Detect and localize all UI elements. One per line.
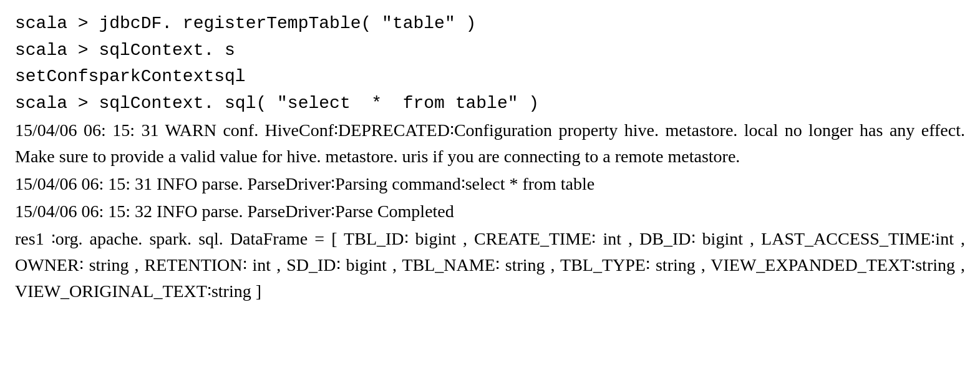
line-4: scala > sqlContext. sql( "select * from … (15, 91, 965, 117)
line-2: scala > sqlContext. s (15, 38, 965, 64)
line-5: 15/04/06 06: 15: 31 WARN conf. HiveConf∶… (15, 117, 965, 170)
line-1: scala > jdbcDF. registerTempTable( "tabl… (15, 11, 965, 37)
line-6: 15/04/06 06: 15: 31 INFO parse. ParseDri… (15, 171, 965, 197)
line-8: res1 ∶org. apache. spark. sql. DataFrame… (15, 226, 965, 304)
console-output: scala > jdbcDF. registerTempTable( "tabl… (15, 11, 965, 304)
line-3: setConfsparkContextsql (15, 64, 965, 90)
line-7: 15/04/06 06: 15: 32 INFO parse. ParseDri… (15, 198, 965, 225)
